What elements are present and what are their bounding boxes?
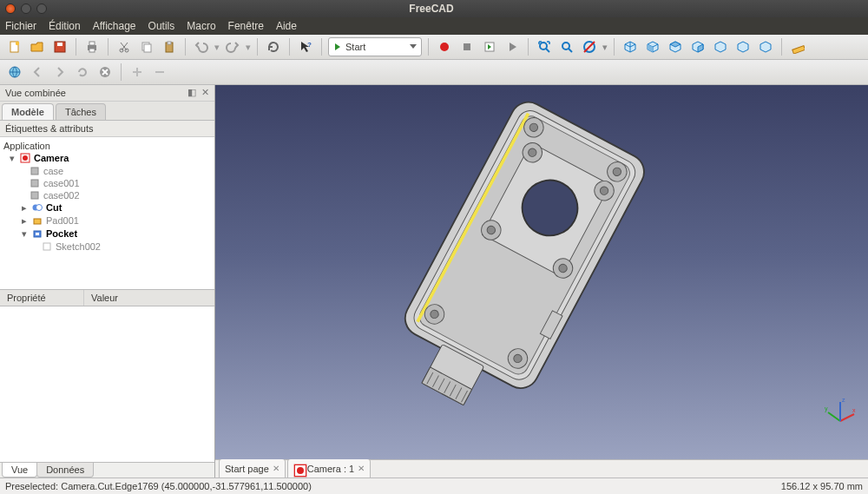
tree-item-case001[interactable]: case001 bbox=[0, 177, 214, 189]
window-close-button[interactable] bbox=[5, 3, 16, 14]
expander-icon[interactable]: ▸ bbox=[19, 202, 29, 214]
cut-feature-icon bbox=[32, 202, 43, 213]
document-icon bbox=[20, 153, 30, 163]
macro-record-button[interactable] bbox=[435, 37, 454, 56]
toolbar-web bbox=[0, 60, 868, 85]
doc-tab-startpage[interactable]: Start page ✕ bbox=[219, 458, 286, 478]
tree-item-sketch[interactable]: Sketch002 bbox=[0, 240, 214, 253]
svg-rect-21 bbox=[792, 46, 805, 54]
menu-help[interactable]: Aide bbox=[276, 20, 297, 32]
svg-rect-27 bbox=[31, 180, 38, 187]
svg-point-74 bbox=[297, 467, 304, 474]
item-label: case002 bbox=[43, 190, 80, 201]
prop-col-property[interactable]: Propriété bbox=[0, 290, 84, 306]
undo-button[interactable] bbox=[192, 37, 211, 56]
save-button[interactable] bbox=[50, 37, 69, 56]
item-label: case bbox=[43, 166, 63, 176]
web-back-button[interactable] bbox=[28, 63, 47, 82]
cube-right-icon bbox=[691, 40, 705, 54]
tab-data[interactable]: Données bbox=[36, 463, 94, 478]
menu-macro[interactable]: Macro bbox=[187, 20, 215, 32]
tab-tasks[interactable]: Tâches bbox=[56, 103, 106, 120]
window-minimize-button[interactable] bbox=[21, 3, 31, 14]
ruler-icon bbox=[791, 40, 805, 54]
svg-text:x: x bbox=[852, 407, 856, 413]
play-icon bbox=[505, 40, 519, 54]
tree-item-case[interactable]: case bbox=[0, 165, 214, 177]
menu-view[interactable]: Affichage bbox=[93, 20, 136, 32]
macro-list-button[interactable] bbox=[480, 37, 499, 56]
svg-point-17 bbox=[540, 43, 547, 49]
fit-selection-button[interactable] bbox=[557, 37, 576, 56]
svg-point-1 bbox=[16, 42, 19, 45]
svg-rect-31 bbox=[34, 219, 41, 224]
print-button[interactable] bbox=[82, 37, 102, 56]
panel-undock-button[interactable]: ◧ bbox=[187, 87, 196, 98]
undo-dropdown[interactable]: ▾ bbox=[214, 42, 220, 53]
view-rear-button[interactable] bbox=[711, 37, 730, 56]
workbench-selector[interactable]: Start bbox=[328, 37, 422, 56]
close-icon[interactable]: ✕ bbox=[273, 464, 279, 473]
fit-all-button[interactable] bbox=[535, 37, 554, 56]
prop-col-value[interactable]: Valeur bbox=[84, 290, 125, 306]
expander-icon[interactable]: ▸ bbox=[19, 215, 29, 227]
tree-item-cut[interactable]: ▸ Cut bbox=[0, 201, 214, 214]
redo-dropdown[interactable]: ▾ bbox=[246, 42, 251, 53]
view-right-button[interactable] bbox=[688, 37, 707, 56]
menu-edit[interactable]: Édition bbox=[49, 20, 81, 32]
tree-root[interactable]: Application bbox=[0, 140, 214, 152]
combo-view-label: Vue combinée bbox=[5, 88, 66, 98]
view-top-button[interactable] bbox=[666, 37, 685, 56]
web-forward-button[interactable] bbox=[50, 63, 69, 82]
view-bottom-button[interactable] bbox=[733, 37, 753, 56]
draw-style-button[interactable] bbox=[580, 37, 599, 56]
svg-rect-10 bbox=[144, 44, 151, 52]
draw-style-dropdown[interactable]: ▾ bbox=[602, 42, 608, 53]
tree-doc[interactable]: ▾ Camera bbox=[0, 152, 214, 165]
model-tree[interactable]: Application ▾ Camera case case001 bbox=[0, 137, 214, 289]
panel-close-button[interactable]: ✕ bbox=[201, 87, 209, 98]
redo-button[interactable] bbox=[223, 37, 242, 56]
svg-rect-12 bbox=[168, 42, 171, 44]
doc-tab-camera[interactable]: Camera : 1 ✕ bbox=[287, 458, 371, 478]
new-file-button[interactable] bbox=[5, 37, 24, 56]
folder-open-icon bbox=[30, 40, 44, 54]
macro-stop-button[interactable] bbox=[457, 37, 477, 56]
3d-view[interactable]: x y z bbox=[215, 85, 868, 459]
status-dimensions: 156.12 x 95.70 mm bbox=[781, 481, 863, 491]
tree-item-pocket[interactable]: ▾ Pocket bbox=[0, 227, 214, 240]
web-stop-button[interactable] bbox=[95, 63, 115, 82]
tab-model[interactable]: Modèle bbox=[2, 103, 54, 120]
item-label: Pad001 bbox=[46, 215, 79, 226]
svg-point-14 bbox=[440, 43, 449, 51]
menu-tools[interactable]: Outils bbox=[148, 20, 175, 32]
zoom-out-button[interactable] bbox=[150, 63, 169, 82]
part-icon bbox=[30, 178, 40, 188]
web-home-button[interactable] bbox=[5, 63, 24, 82]
measure-button[interactable] bbox=[788, 37, 807, 56]
undo-icon bbox=[194, 40, 208, 54]
expander-icon[interactable]: ▾ bbox=[19, 228, 29, 240]
close-icon[interactable]: ✕ bbox=[358, 464, 365, 473]
tree-item-case002[interactable]: case002 bbox=[0, 189, 214, 201]
combo-view-panel: Vue combinée ◧ ✕ Modèle Tâches Étiquette… bbox=[0, 85, 215, 478]
menu-file[interactable]: Fichier bbox=[5, 20, 36, 32]
whats-this-button[interactable]: ? bbox=[296, 37, 315, 56]
paste-button[interactable] bbox=[160, 37, 179, 56]
view-front-button[interactable] bbox=[643, 37, 662, 56]
copy-button[interactable] bbox=[137, 37, 156, 56]
zoom-in-button[interactable] bbox=[128, 63, 147, 82]
tree-item-pad[interactable]: ▸ Pad001 bbox=[0, 214, 214, 227]
cut-button[interactable] bbox=[115, 37, 134, 56]
refresh-button[interactable] bbox=[264, 37, 283, 56]
open-file-button[interactable] bbox=[28, 37, 47, 56]
macro-play-button[interactable] bbox=[503, 37, 522, 56]
menu-window[interactable]: Fenêtre bbox=[228, 20, 264, 32]
view-iso-button[interactable] bbox=[621, 37, 640, 56]
cube-left-icon bbox=[759, 40, 773, 54]
tab-view[interactable]: Vue bbox=[2, 463, 37, 478]
web-reload-button[interactable] bbox=[73, 63, 92, 82]
view-left-button[interactable] bbox=[756, 37, 775, 56]
window-maximize-button[interactable] bbox=[36, 3, 47, 14]
expander-icon[interactable]: ▾ bbox=[7, 153, 16, 164]
